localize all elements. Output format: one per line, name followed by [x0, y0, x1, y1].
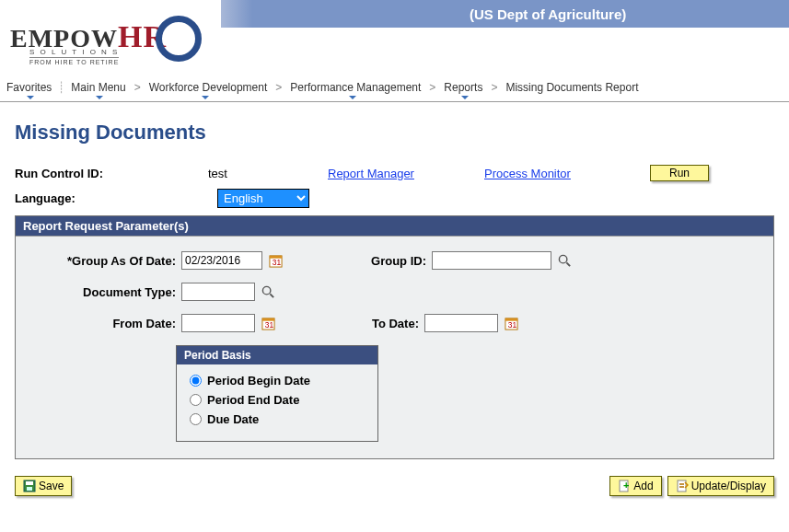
period-end-date-label: Period End Date: [207, 393, 299, 407]
svg-point-5: [262, 286, 270, 294]
due-date-label: Due Date: [207, 412, 259, 426]
section-header: Report Request Parameter(s): [16, 216, 773, 237]
save-button[interactable]: Save: [15, 476, 72, 496]
calendar-icon[interactable]: 31: [261, 316, 275, 330]
page-title: Missing Documents: [15, 121, 774, 145]
logo-ring-icon: [156, 16, 202, 62]
due-date-radio[interactable]: [190, 413, 202, 425]
breadcrumb-missing-documents-report[interactable]: Missing Documents Report: [503, 79, 641, 96]
language-select[interactable]: English: [217, 189, 309, 208]
logo-sub1: S O L U T I O N S: [29, 48, 119, 56]
report-manager-link[interactable]: Report Manager: [328, 167, 484, 180]
chevron-right-icon: >: [491, 81, 497, 94]
add-button-label: Add: [633, 480, 653, 492]
svg-line-4: [566, 262, 570, 266]
lookup-icon[interactable]: [557, 253, 572, 268]
run-control-value: test: [208, 167, 328, 180]
breadcrumb-favorites[interactable]: Favorites: [4, 79, 54, 96]
svg-text:31: 31: [264, 320, 273, 330]
logo-sub2: FROM HIRE TO RETIRE: [29, 57, 119, 65]
chevron-right-icon: >: [134, 81, 141, 94]
period-basis-title: Period Basis: [177, 346, 377, 364]
breadcrumb-main-menu[interactable]: Main Menu: [68, 79, 128, 96]
period-end-date-radio-row[interactable]: Period End Date: [190, 393, 365, 407]
calendar-icon[interactable]: 31: [504, 316, 518, 330]
update-display-button-label: Update/Display: [691, 480, 766, 492]
breadcrumb-workforce-development[interactable]: Workforce Development: [146, 79, 271, 96]
svg-text:31: 31: [507, 320, 516, 330]
run-button[interactable]: Run: [650, 165, 709, 181]
language-label: Language:: [15, 191, 208, 205]
chevron-right-icon: >: [429, 81, 435, 94]
lookup-icon[interactable]: [261, 284, 275, 299]
add-icon: +: [618, 480, 631, 492]
save-icon: [23, 480, 36, 492]
breadcrumb: Favorites ┊ Main Menu > Workforce Develo…: [0, 76, 789, 102]
svg-point-3: [559, 255, 566, 262]
group-id-input[interactable]: [432, 251, 551, 270]
svg-rect-14: [26, 481, 33, 485]
to-date-label: To Date:: [336, 317, 419, 330]
due-date-radio-row[interactable]: Due Date: [190, 412, 365, 426]
svg-text:+: +: [623, 480, 629, 491]
group-asof-label: *Group As Of Date:: [29, 254, 176, 268]
period-basis-groupbox: Period Basis Period Begin Date Period En…: [176, 345, 378, 442]
report-request-parameters-section: Report Request Parameter(s) *Group As Of…: [15, 215, 774, 459]
org-name: (US Dept of Agriculture): [470, 6, 626, 22]
process-monitor-link[interactable]: Process Monitor: [484, 167, 650, 180]
svg-rect-15: [27, 487, 32, 491]
document-type-input[interactable]: [181, 283, 255, 301]
separator-icon: ┊: [58, 81, 64, 94]
update-display-icon: [676, 480, 689, 492]
add-button[interactable]: + Add: [609, 476, 661, 496]
period-begin-date-radio-row[interactable]: Period Begin Date: [190, 374, 365, 387]
svg-rect-18: [678, 480, 686, 492]
run-control-label: Run Control ID:: [15, 167, 208, 180]
chevron-right-icon: >: [275, 81, 282, 94]
period-begin-date-label: Period Begin Date: [207, 374, 310, 387]
calendar-icon[interactable]: 31: [268, 253, 283, 268]
breadcrumb-performance-management[interactable]: Performance Management: [287, 79, 424, 96]
svg-line-6: [270, 294, 273, 297]
update-display-button[interactable]: Update/Display: [667, 476, 774, 496]
group-id-label: Group ID:: [343, 254, 426, 268]
group-asof-date-input[interactable]: [181, 251, 262, 270]
save-button-label: Save: [39, 480, 64, 492]
to-date-input[interactable]: [424, 314, 498, 332]
svg-text:31: 31: [272, 258, 281, 267]
bottom-button-bar: Save + Add Update/Display: [15, 476, 774, 496]
document-type-label: Document Type:: [29, 285, 176, 299]
period-end-date-radio[interactable]: [190, 394, 202, 406]
logo: EMPOWHR S O L U T I O N S FROM HIRE TO R…: [9, 2, 203, 71]
from-date-label: From Date:: [29, 317, 176, 330]
from-date-input[interactable]: [181, 314, 255, 332]
period-begin-date-radio[interactable]: [190, 375, 202, 387]
breadcrumb-reports[interactable]: Reports: [441, 79, 485, 96]
